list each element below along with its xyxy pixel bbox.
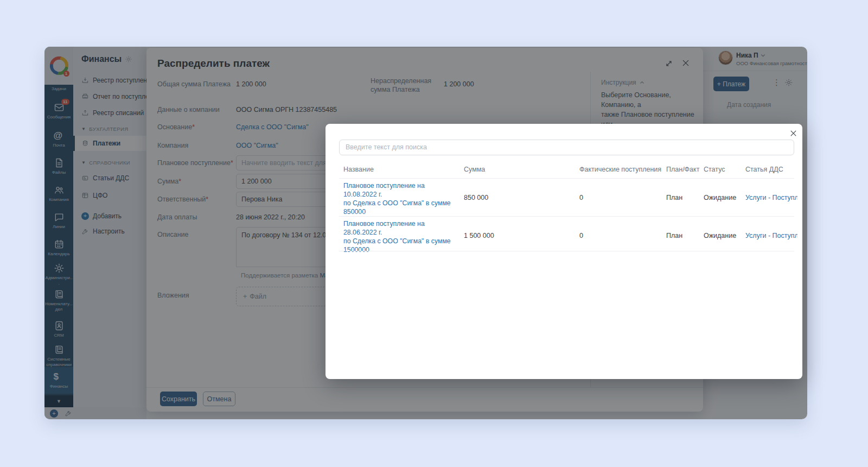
column-header-plan-fact[interactable]: План/Факт	[666, 166, 699, 173]
row-fact: 0	[579, 194, 583, 201]
divider	[339, 178, 794, 179]
row-name-link[interactable]: Плановое поступление на 28.06.2022 г. по…	[343, 220, 458, 255]
divider	[339, 216, 794, 217]
row-status: Ожидание	[704, 194, 736, 201]
row-plan-fact: План	[666, 194, 682, 201]
row-dds-link[interactable]: Услуги - Поступл	[745, 232, 797, 239]
row-status: Ожидание	[704, 232, 736, 239]
column-header-dds[interactable]: Статья ДДС	[745, 166, 783, 173]
column-header-name[interactable]: Название	[343, 166, 374, 173]
row-sum: 850 000	[464, 194, 488, 201]
divider	[339, 251, 794, 251]
row-sum: 1 500 000	[464, 232, 494, 239]
close-icon[interactable]	[789, 129, 797, 137]
row-plan-fact: План	[666, 232, 682, 239]
column-header-fact[interactable]: Фактические поступления	[579, 166, 661, 173]
planned-receipt-picker-modal: Введите текст для поиска Название Сумма …	[326, 124, 802, 379]
column-header-sum[interactable]: Сумма	[464, 166, 485, 173]
row-fact: 0	[579, 232, 583, 239]
column-header-status[interactable]: Статус	[704, 166, 725, 173]
search-input[interactable]: Введите текст для поиска	[339, 140, 794, 155]
row-name-link[interactable]: Плановое поступление на 10.08.2022 г. по…	[343, 182, 458, 217]
row-dds-link[interactable]: Услуги - Поступл	[745, 194, 797, 201]
